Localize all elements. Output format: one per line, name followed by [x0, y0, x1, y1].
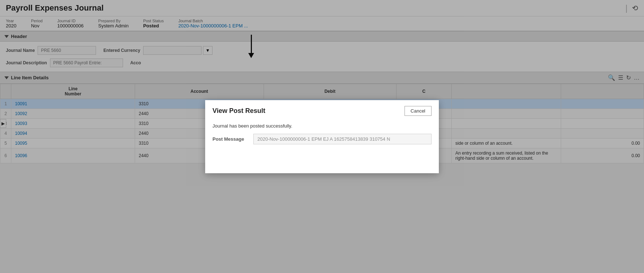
modal-title: View Post Result [212, 107, 265, 115]
post-message-row: Post Message [212, 134, 432, 144]
modal-overlay: View Post Result Cancel Journal has been… [0, 0, 644, 273]
post-message-input [253, 134, 432, 144]
post-message-label: Post Message [212, 136, 249, 142]
cancel-button[interactable]: Cancel [405, 106, 432, 116]
modal-body: Journal has been posted successfully. Po… [205, 120, 439, 153]
success-message: Journal has been posted successfully. [212, 123, 432, 129]
view-post-result-modal: View Post Result Cancel Journal has been… [205, 100, 439, 173]
modal-header: View Post Result Cancel [205, 100, 439, 120]
